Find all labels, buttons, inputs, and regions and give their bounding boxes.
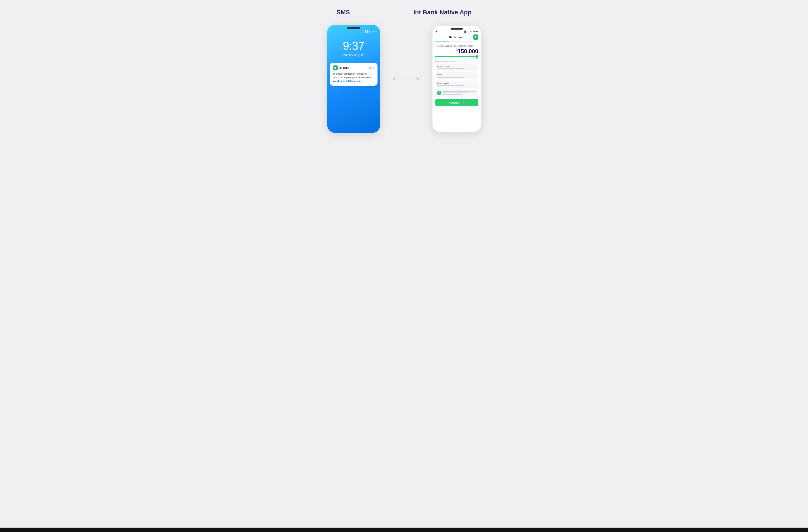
int-bank-icon: [333, 65, 338, 70]
loan-amount: $150,000: [435, 48, 478, 55]
progress-segment-3: [464, 41, 478, 42]
status-time: 16:05: [473, 31, 478, 33]
bottom-bar: [0, 528, 808, 532]
wifi-icon: ⊙: [372, 31, 374, 33]
phones-row: ▍▍▍ ⊙ ▭ 9:37 Monday, July 4th Int Bank: [298, 25, 510, 133]
loan-currency: $: [456, 48, 458, 52]
bank-notch: [451, 28, 463, 30]
loan-question: How much Loan do you need for business?: [435, 45, 478, 47]
email-label: Email: [437, 74, 476, 76]
status-bar-sms: ▍▍▍ ⊙ ▭: [327, 29, 380, 33]
phone-placeholder: [437, 85, 464, 86]
slider-thumb: [476, 55, 478, 58]
status-right: ▍▍▍ ⊙ ▭ 16:05: [463, 31, 478, 33]
dash-1: [396, 78, 400, 79]
progress-segment-2: [450, 41, 464, 42]
terms-text-lines: [443, 91, 476, 95]
bank-status-bar: ▍▍▍ ⊙ ▭ 16:05: [433, 30, 481, 33]
bank-phone: ▍▍▍ ⊙ ▭ 16:05 ← Bank loan How much Loan …: [433, 26, 481, 132]
dash-3: [406, 78, 410, 79]
bank-content: How much Loan do you need for business? …: [433, 43, 481, 127]
status-icons: ▍▍▍ ⊙ ▭: [365, 31, 377, 33]
battery-icon: ▭: [375, 31, 377, 33]
clock: 9:37: [343, 39, 364, 52]
terms-line-1: [443, 91, 476, 92]
slider-track: [435, 56, 478, 57]
sms-screen: ▍▍▍ ⊙ ▭ 9:37 Monday, July 4th Int Bank: [327, 25, 380, 133]
battery-status-icon: ▭: [470, 31, 472, 33]
arrow-head: [417, 77, 419, 80]
business-name-label: Business name: [437, 65, 476, 67]
email-field[interactable]: Email: [435, 72, 478, 79]
phone-number-label: Phone number: [437, 82, 476, 84]
bank-header-title: Bank loan: [449, 36, 462, 39]
checkbox-icon: [437, 91, 441, 95]
notif-app-name: Int Bank: [339, 67, 349, 69]
progress-segment-1: [435, 41, 449, 42]
loan-amount-value: 150,000: [458, 48, 478, 55]
back-button[interactable]: ←: [435, 35, 439, 39]
slide-hint: Slide the amount to change it.: [435, 60, 478, 62]
signal-bars: ▍▍▍: [463, 31, 467, 33]
dash-2: [401, 78, 405, 79]
phone-notch: [347, 27, 360, 29]
terms-line-3: [443, 94, 463, 95]
signal-icon: ▍▍▍: [365, 31, 371, 33]
terms-checkbox-row[interactable]: [435, 89, 478, 97]
page-titles: SMS Int Bank Native App: [305, 9, 503, 16]
dot-line: [393, 77, 419, 80]
notif-body: Your loan application is missing details…: [333, 72, 374, 83]
notif-link[interactable]: YourLoans.IntBank.com: [333, 80, 361, 82]
dot-start: [393, 78, 395, 80]
loan-slider[interactable]: $0 $150,000: [435, 56, 478, 60]
notif-app-info: Int Bank: [333, 65, 349, 70]
email-placeholder: [437, 77, 464, 78]
arrow-connector: [393, 77, 419, 80]
business-name-field[interactable]: Business name: [435, 64, 478, 71]
status-left: [436, 31, 437, 33]
dash-4: [411, 78, 416, 79]
continue-label: Continue: [449, 101, 460, 104]
status-dot: [436, 31, 437, 33]
slider-min-label: $0: [435, 58, 437, 60]
wifi-status-icon: ⊙: [467, 31, 469, 33]
bank-title: Int Bank Native App: [414, 9, 472, 16]
bank-header: ← Bank loan: [433, 33, 481, 41]
progress-bar: [433, 41, 481, 43]
notif-time: 13:43: [369, 67, 374, 69]
continue-arrow-icon: →: [461, 101, 464, 104]
sms-title: SMS: [336, 9, 350, 16]
date: Monday, July 4th: [343, 53, 364, 56]
bank-logo-icon: [473, 34, 478, 40]
phone-number-field[interactable]: Phone number: [435, 80, 478, 88]
notification-card: Int Bank 13:43 Your loan application is …: [330, 63, 378, 86]
continue-button[interactable]: Continue →: [435, 99, 478, 106]
slider-fill: [435, 56, 478, 57]
sms-phone: ▍▍▍ ⊙ ▭ 9:37 Monday, July 4th Int Bank: [327, 25, 380, 133]
terms-line-2: [443, 92, 470, 93]
slider-labels: $0 $150,000: [435, 58, 478, 60]
business-name-placeholder: [437, 68, 464, 69]
notif-header: Int Bank 13:43: [333, 65, 374, 70]
slider-max-label: $150,000: [471, 58, 478, 60]
notif-text: Your loan application is missing details…: [333, 72, 372, 79]
